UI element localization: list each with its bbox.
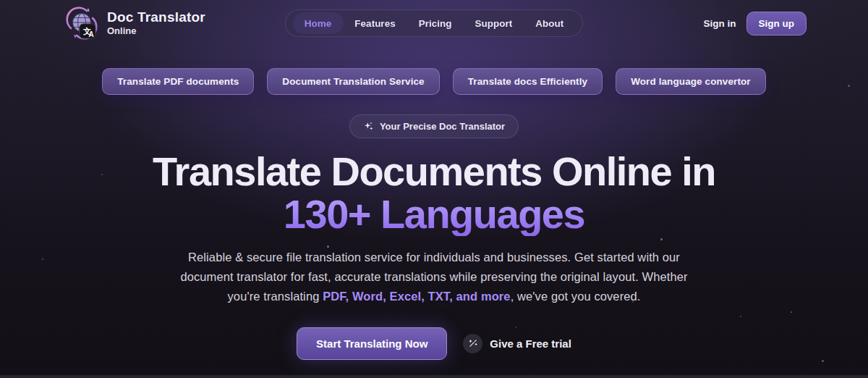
- description-highlight: PDF, Word, Excel, TXT, and more: [323, 290, 511, 303]
- header: 文 A Doc Translator Online Home Features …: [0, 0, 868, 46]
- start-translating-button[interactable]: Start Translating Now: [297, 327, 447, 360]
- nav-item-pricing[interactable]: Pricing: [407, 12, 464, 34]
- star-dot: [660, 238, 663, 240]
- star-dot: [327, 245, 329, 248]
- section-divider: [0, 375, 868, 378]
- star-dot: [455, 275, 456, 277]
- star-dot: [515, 327, 516, 328]
- cta-row: Start Translating Now Give a Free trial: [0, 327, 868, 360]
- header-actions: Sign in Sign up: [704, 12, 807, 35]
- free-trial-link[interactable]: Give a Free trial: [463, 334, 571, 353]
- nav-item-about[interactable]: About: [524, 12, 575, 34]
- star-dot: [632, 301, 634, 303]
- sign-in-link[interactable]: Sign in: [704, 18, 736, 29]
- star-dot: [740, 316, 741, 317]
- nav-item-home[interactable]: Home: [293, 12, 344, 34]
- hero-badge-label: Your Precise Doc Translator: [380, 121, 505, 132]
- brand[interactable]: 文 A Doc Translator Online: [65, 7, 205, 40]
- keyword-pills-row: Translate PDF documents Document Transla…: [0, 68, 868, 95]
- nav-item-features[interactable]: Features: [343, 12, 407, 34]
- free-trial-label: Give a Free trial: [490, 337, 571, 350]
- brand-text: Doc Translator Online: [107, 10, 205, 36]
- wand-icon: [463, 334, 482, 353]
- hero-title: Translate Documents Online in 130+ Langu…: [0, 150, 868, 236]
- pill-translate-pdf[interactable]: Translate PDF documents: [102, 68, 254, 95]
- hero-badge: Your Precise Doc Translator: [349, 114, 519, 138]
- star-dot: [791, 311, 792, 313]
- pill-doc-translation-service[interactable]: Document Translation Service: [267, 68, 439, 95]
- brand-title: Doc Translator: [107, 10, 205, 25]
- nav-item-support[interactable]: Support: [463, 12, 524, 34]
- sparkles-icon: [363, 121, 374, 132]
- star-dot: [848, 85, 850, 87]
- description-text-end: , we've got you covered.: [511, 290, 641, 303]
- hero-description: Reliable & secure file translation servi…: [163, 248, 705, 306]
- brand-subtitle: Online: [107, 26, 205, 36]
- hero-section: Translate PDF documents Document Transla…: [0, 68, 868, 360]
- pill-word-language-convertor[interactable]: Word language convertor: [616, 68, 766, 95]
- globe-translate-icon: 文 A: [65, 7, 98, 40]
- svg-text:A: A: [89, 30, 94, 38]
- star-dot: [42, 259, 43, 260]
- hero-title-line1: Translate Documents Online in: [0, 150, 868, 193]
- sign-up-button[interactable]: Sign up: [746, 12, 807, 35]
- pill-translate-efficiently[interactable]: Translate docs Efficiently: [453, 68, 603, 95]
- star-dot: [101, 174, 103, 175]
- hero-title-line2: 130+ Languages: [0, 193, 868, 235]
- star-dot: [359, 277, 361, 278]
- main-nav: Home Features Pricing Support About: [285, 9, 583, 37]
- star-dot: [822, 360, 824, 362]
